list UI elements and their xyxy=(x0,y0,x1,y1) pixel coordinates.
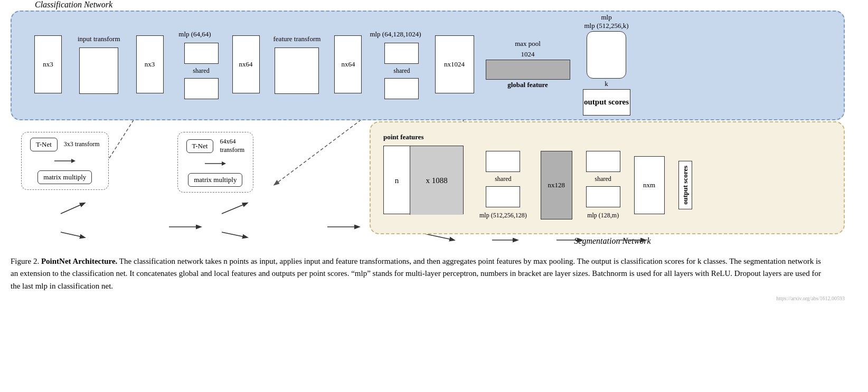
nx3-box-1: nx3 xyxy=(34,35,62,93)
k-label: k xyxy=(605,80,608,88)
nx64-col-1: nx64 xyxy=(232,35,260,93)
nxm-col: nxm xyxy=(634,146,665,225)
max-pool-label: max pool xyxy=(515,40,541,48)
mlp-512-256-k-label: mlpmlp (512,256,k) xyxy=(584,13,628,30)
shared-label-1: shared xyxy=(184,67,219,75)
input-transform-label: input transform xyxy=(78,35,120,43)
nx64-box-2: nx64 xyxy=(334,35,362,93)
segmentation-network-label: Segmentation Network xyxy=(380,236,845,246)
feature-transform-box xyxy=(275,47,319,94)
tnet-2-row: T-Net 64x64transform xyxy=(186,138,245,154)
bottom-area: T-Net 3x3 transform matrix multiply xyxy=(11,127,845,234)
tnet-2-label: 64x64transform xyxy=(220,138,244,154)
mlp-128-m-stack: shared xyxy=(586,151,620,207)
svg-marker-37 xyxy=(222,161,226,166)
diagram-wrapper: Classification Network nx3 input transfo… xyxy=(11,11,845,300)
mlp-512-256-128-stack: shared xyxy=(486,151,520,207)
shared-label-3: shared xyxy=(486,175,520,183)
mlp-64-128-1024-top xyxy=(384,43,419,64)
mlp-64-64-label: mlp (64,64) xyxy=(178,30,211,39)
nxm-box: nxm xyxy=(634,156,665,214)
nx3-col-1: nx3 xyxy=(34,35,62,93)
nx3-col-2: nx3 xyxy=(136,35,164,93)
mlp-512-256-128-label: mlp (512,256,128) xyxy=(479,212,527,219)
nx128-box: nx128 xyxy=(541,151,572,219)
tnet-1-group: T-Net 3x3 transform matrix multiply xyxy=(21,132,109,190)
n-box: n xyxy=(384,146,410,215)
seg-arrow-2 xyxy=(530,146,537,225)
caption-title: PointNet Architecture. xyxy=(41,257,117,265)
mlp-3-top xyxy=(486,151,520,172)
mlp-512-256-128-col: shared mlp (512,256,128) xyxy=(479,146,527,225)
mlp-4-bot xyxy=(586,186,620,207)
mlp-512-256-k-box xyxy=(587,31,626,79)
global-feature-box xyxy=(486,60,570,80)
seg-arrow-1 xyxy=(467,146,476,225)
output-scores-cls-label: output scores xyxy=(584,98,629,107)
nx1024-box: nx1024 xyxy=(435,35,474,93)
global-feature-label: global feature xyxy=(507,81,548,89)
tnet-1-label: 3x3 transform xyxy=(64,140,100,149)
feature-transform-col: feature transform xyxy=(273,35,321,94)
mlp-64-64-group: shared xyxy=(172,43,219,99)
shared-label-4: shared xyxy=(586,175,620,183)
classification-network-label: Classification Network xyxy=(33,0,115,9)
tnet-2-matrix-box: matrix multiply xyxy=(188,173,242,187)
tnet-1-arrow-row xyxy=(54,156,76,166)
tnet-1-row: T-Net 3x3 transform xyxy=(30,138,100,151)
output-scores-cls-box: output scores xyxy=(583,89,630,116)
mlp-512-256-k-col: mlpmlp (512,256,k) k output scores xyxy=(583,13,630,115)
x1088-box: x 1088 xyxy=(410,146,463,215)
nx1024-col: nx1024 xyxy=(435,35,474,93)
mlp-64-128-1024-group: shared xyxy=(372,43,419,99)
seg-arrow-4 xyxy=(624,146,631,225)
nx64-box-1: nx64 xyxy=(232,35,260,93)
tnet-2-box: T-Net xyxy=(186,139,214,153)
tnet-2-group: T-Net 64x64transform matrix multiply xyxy=(177,132,254,193)
tnet-1-matrix-box: matrix multiply xyxy=(37,170,92,184)
mlp-64-128-1024-bot xyxy=(384,78,419,99)
shared-label-2: shared xyxy=(384,67,419,75)
seg-arrow-3 xyxy=(575,146,583,225)
mlp-64-64-stack: shared xyxy=(184,43,219,99)
output-scores-seg-col: output scores xyxy=(678,146,692,225)
point-features-label: point features xyxy=(383,133,831,141)
mlp-64-64-bot xyxy=(184,78,219,99)
tnet-area: T-Net 3x3 transform matrix multiply xyxy=(11,132,253,234)
n-1088-group: n x 1088 xyxy=(383,146,464,214)
mlp-64-64-top xyxy=(184,43,219,64)
segmentation-network: point features n x 1088 xyxy=(370,121,845,234)
tnet-2-arrow-row xyxy=(205,158,226,169)
caption: Figure 2. PointNet Architecture. The cla… xyxy=(11,255,829,292)
mlp-64-128-1024-col: mlp (64,128,1024) shared xyxy=(370,30,421,99)
classification-network: Classification Network nx3 input transfo… xyxy=(11,11,845,120)
mlp-64-64-col: mlp (64,64) shared xyxy=(172,30,219,99)
mlp-128-m-col: shared mlp (128,m) xyxy=(586,146,620,225)
nx3-box-2: nx3 xyxy=(136,35,164,93)
tnet-2-arrow-svg xyxy=(205,158,226,169)
url-watermark: https://arxiv.org/abs/1612.00593 xyxy=(11,295,845,301)
mlp-3-bot xyxy=(486,186,520,207)
mlp-4-top xyxy=(586,151,620,172)
mlp-64-128-1024-label: mlp (64,128,1024) xyxy=(370,30,421,39)
seg-arrow-5 xyxy=(668,146,675,225)
mlp-128-m-label: mlp (128,m) xyxy=(587,212,619,219)
global-size-label: 1024 xyxy=(521,50,535,59)
seg-main-row: n x 1088 shared mlp (512,256,128) xyxy=(383,146,831,225)
svg-marker-35 xyxy=(71,159,76,163)
feature-transform-label: feature transform xyxy=(273,35,321,43)
tnet-1-box: T-Net xyxy=(30,138,58,151)
caption-body: The classification network takes n point… xyxy=(11,257,821,290)
figure-num: Figure 2. xyxy=(11,257,39,265)
input-transform-col: input transform xyxy=(78,35,120,94)
input-transform-box xyxy=(79,47,118,94)
mlp-64-128-1024-stack: shared xyxy=(384,43,419,99)
tnet-1-arrow-svg xyxy=(54,156,76,166)
nx64-col-2: nx64 xyxy=(334,35,362,93)
classification-main-row: nx3 input transform nx3 mlp (64,64) xyxy=(24,22,831,107)
nx128-col: nx128 xyxy=(541,146,572,225)
output-scores-seg-box: output scores xyxy=(678,161,692,209)
max-pool-global-col: max pool 1024 global feature xyxy=(486,40,570,89)
